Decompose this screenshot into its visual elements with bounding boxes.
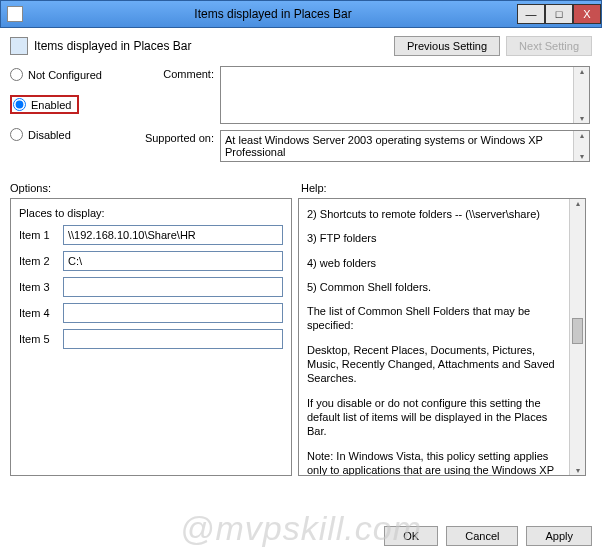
apply-button[interactable]: Apply bbox=[526, 526, 592, 546]
options-label: Options: bbox=[10, 182, 301, 194]
scrollbar-thumb[interactable] bbox=[572, 318, 583, 344]
radio-enabled-label: Enabled bbox=[31, 99, 71, 111]
comment-textarea[interactable]: ▴▾ bbox=[220, 66, 590, 124]
comment-scrollbar[interactable]: ▴▾ bbox=[573, 67, 589, 123]
item-row-5: Item 5 bbox=[19, 329, 283, 349]
ok-button[interactable]: OK bbox=[384, 526, 438, 546]
help-panel: 2) Shortcuts to remote folders -- (\\ser… bbox=[298, 198, 586, 476]
policy-title: Items displayed in Places Bar bbox=[34, 39, 388, 53]
window-title: Items displayed in Places Bar bbox=[29, 7, 517, 21]
radio-enabled-input[interactable] bbox=[13, 98, 26, 111]
app-icon bbox=[7, 6, 23, 22]
supported-scrollbar[interactable]: ▴▾ bbox=[573, 131, 589, 161]
next-setting-button: Next Setting bbox=[506, 36, 592, 56]
scroll-up-icon[interactable]: ▴ bbox=[570, 199, 585, 208]
supported-box: At least Windows Server 2003 operating s… bbox=[220, 130, 590, 162]
scroll-down-icon[interactable]: ▾ bbox=[570, 466, 585, 475]
item-label: Item 1 bbox=[19, 229, 63, 241]
policy-icon bbox=[10, 37, 28, 55]
item-label: Item 4 bbox=[19, 307, 63, 319]
item-input-5[interactable] bbox=[63, 329, 283, 349]
options-panel: Places to display: Item 1 Item 2 Item 3 … bbox=[10, 198, 292, 476]
radio-disabled[interactable]: Disabled bbox=[10, 126, 120, 143]
radio-not-configured[interactable]: Not Configured bbox=[10, 66, 120, 83]
cancel-button[interactable]: Cancel bbox=[446, 526, 518, 546]
close-button[interactable]: X bbox=[573, 4, 601, 24]
item-row-4: Item 4 bbox=[19, 303, 283, 323]
maximize-button[interactable]: □ bbox=[545, 4, 573, 24]
item-label: Item 2 bbox=[19, 255, 63, 267]
item-label: Item 3 bbox=[19, 281, 63, 293]
previous-setting-button[interactable]: Previous Setting bbox=[394, 36, 500, 56]
supported-label: Supported on: bbox=[130, 130, 220, 144]
item-label: Item 5 bbox=[19, 333, 63, 345]
item-input-4[interactable] bbox=[63, 303, 283, 323]
radio-not-configured-label: Not Configured bbox=[28, 69, 102, 81]
item-input-3[interactable] bbox=[63, 277, 283, 297]
radio-disabled-label: Disabled bbox=[28, 129, 71, 141]
item-row-2: Item 2 bbox=[19, 251, 283, 271]
item-input-2[interactable] bbox=[63, 251, 283, 271]
help-scrollbar[interactable]: ▴ ▾ bbox=[569, 199, 585, 475]
item-row-3: Item 3 bbox=[19, 277, 283, 297]
titlebar: Items displayed in Places Bar — □ X bbox=[0, 0, 602, 28]
item-row-1: Item 1 bbox=[19, 225, 283, 245]
radio-enabled[interactable]: Enabled bbox=[10, 95, 79, 114]
supported-text: At least Windows Server 2003 operating s… bbox=[225, 134, 543, 158]
help-label: Help: bbox=[301, 182, 592, 194]
item-input-1[interactable] bbox=[63, 225, 283, 245]
radio-disabled-input[interactable] bbox=[10, 128, 23, 141]
places-heading: Places to display: bbox=[19, 207, 283, 219]
radio-not-configured-input[interactable] bbox=[10, 68, 23, 81]
comment-label: Comment: bbox=[130, 66, 220, 80]
minimize-button[interactable]: — bbox=[517, 4, 545, 24]
help-text: 2) Shortcuts to remote folders -- (\\ser… bbox=[307, 207, 565, 476]
